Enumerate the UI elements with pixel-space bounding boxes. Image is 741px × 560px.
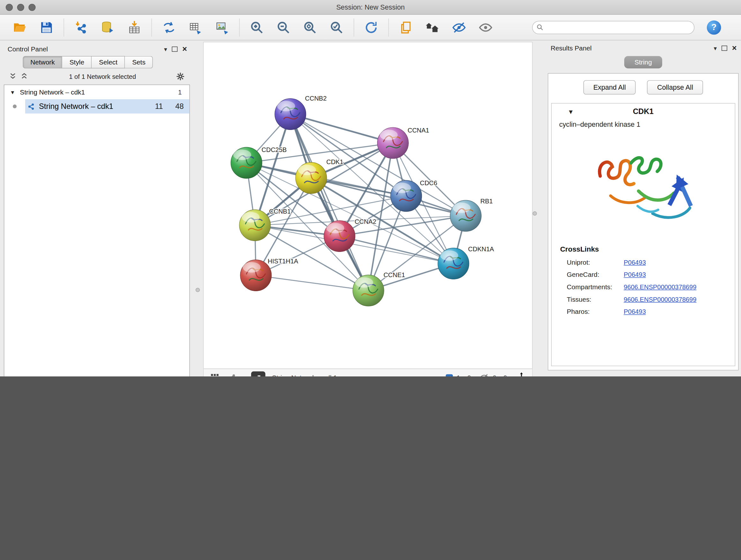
expand-all-button[interactable]: Expand All [583,80,636,95]
hide-graphics-details-icon[interactable] [451,19,467,36]
network-edge-ccnb2-ccne1[interactable] [290,114,368,291]
node-label-ccnb1: CCNB1 [269,208,291,215]
network-node-ccnb2[interactable] [275,99,306,130]
export-table-icon[interactable] [188,19,204,36]
node-label-cdc25b: CDC25B [262,146,287,153]
copy-document-icon[interactable] [398,19,414,36]
search-input[interactable] [532,21,694,34]
sphere-highlight [243,262,260,273]
show-graphics-details-icon[interactable] [477,19,494,36]
help-button[interactable]: ? [707,20,721,35]
import-table-icon[interactable] [126,19,143,36]
app-window: Session: New Session [0,0,741,376]
export-image-icon[interactable] [214,19,230,36]
center-column: CCNB2CCNA1CDC25BCDK1CDC6RB1CCNB1CCNA2CDK… [203,42,740,376]
float-panel-icon[interactable] [172,46,178,51]
network-node-cdc25b[interactable] [231,147,262,179]
network-node-ccna1[interactable] [377,127,408,159]
results-panel: Results Panel ▾ × String Expand All Coll… [547,42,740,376]
hidden-eye-icon [479,373,489,376]
toolbar-separator [151,18,152,37]
crosslink-row: GeneCard: P06493 [551,268,735,281]
splitter-handle[interactable] [196,288,200,292]
network-row-selected[interactable]: String Network – cdk1 11 48 [25,99,190,114]
node-label-ccnb2: CCNB2 [305,95,327,102]
network-edge-count: 48 [175,102,184,111]
sphere-highlight [277,101,295,111]
panel-menu-icon[interactable]: ▾ [714,45,717,51]
expand-tree-icon[interactable] [8,71,18,82]
crosslink-link-pharos[interactable]: P06493 [624,308,646,315]
panel-menu-icon[interactable]: ▾ [164,46,167,52]
tab-string[interactable]: String [624,56,663,69]
tab-select[interactable]: Select [92,56,125,69]
float-panel-icon[interactable] [722,45,727,51]
node-label-ccne1: CCNE1 [384,271,405,278]
sphere-highlight [453,202,470,213]
zoom-in-icon[interactable] [249,19,265,36]
node-label-ccna1: CCNA1 [408,127,429,134]
zoom-fit-icon[interactable] [302,19,318,36]
detach-view-icon[interactable] [251,371,266,376]
apply-layout-icon[interactable] [363,19,380,36]
crosslink-label: GeneCard: [567,271,624,278]
hidden-counter: 0 – 0 [493,374,507,376]
network-node-hist1h1a[interactable] [240,260,272,291]
tab-style[interactable]: Style [62,56,91,69]
network-node-cdc6[interactable] [391,180,422,212]
crosslink-link-compartments[interactable]: 9606.ENSP00000378699 [624,284,697,291]
node-label-hist1h1a: HIST1H1A [268,258,298,265]
export-network-icon[interactable] [161,19,177,36]
sphere-highlight [440,250,458,261]
import-network-database-icon[interactable] [99,19,116,36]
import-network-icon[interactable] [73,19,89,36]
string-results-card: Expand All Collapse All ▼ CDK1 cyclin–de… [548,73,739,370]
tab-sets[interactable]: Sets [125,56,153,69]
control-panel: Control Panel ▾ × Network Style Select S… [4,43,190,376]
network-node-ccnb1[interactable] [239,210,271,241]
network-row[interactable]: String Network – cdk1 11 48 [4,99,189,114]
network-collection-row[interactable]: ▼ String Network – cdk1 1 [4,85,189,99]
close-panel-icon[interactable]: × [182,45,187,53]
zoom-selected-icon[interactable] [328,19,345,36]
collection-expander-icon[interactable]: ▼ [10,89,15,95]
collapse-tree-icon[interactable] [19,71,30,82]
crosslink-link-tissues[interactable]: 9606.ENSP00000378699 [624,296,697,303]
pan-move-icon[interactable] [515,372,527,376]
crosslink-link-genecard[interactable]: P06493 [624,271,646,278]
cascade-windows-icon[interactable] [424,19,441,36]
toolbar-separator [239,18,240,37]
sphere-highlight [242,212,259,223]
tab-network[interactable]: Network [23,56,62,69]
network-node-rb1[interactable] [450,200,482,232]
zoom-out-icon[interactable] [275,19,292,36]
network-list: ▼ String Network – cdk1 1 String Network… [4,84,190,376]
gene-description: cyclin–dependent kinase 1 [551,120,735,128]
sphere-highlight [355,277,373,288]
network-edge-hist1h1a-ccne1[interactable] [256,275,368,291]
network-view-mode-icon[interactable] [226,371,238,376]
selected-checkbox-icon[interactable]: ✓ [446,374,453,376]
network-node-cdk1[interactable] [295,163,327,194]
section-expander-icon[interactable]: ▼ [568,108,574,115]
network-node-ccne1[interactable] [353,275,384,306]
gear-icon[interactable] [175,71,186,82]
network-edge-ccna2-cdkn1a[interactable] [340,236,454,264]
network-node-cdkn1a[interactable] [438,248,469,279]
network-canvas[interactable]: CCNB2CCNA1CDC25BCDK1CDC6RB1CCNB1CCNA2CDK… [204,42,532,368]
gene-section-header[interactable]: ▼ CDK1 [551,104,735,120]
protein-structure-image [583,135,704,235]
network-node-ccna2[interactable] [324,221,355,252]
sphere-highlight [233,150,251,160]
crosslink-link-uniprot[interactable]: P06493 [624,259,646,266]
crosslink-label: Tissues: [567,295,624,303]
main-area: Control Panel ▾ × Network Style Select S… [0,40,741,376]
save-session-icon[interactable] [38,19,55,36]
collapse-all-button[interactable]: Collapse All [647,80,703,95]
close-panel-icon[interactable]: × [732,44,737,52]
grid-view-icon[interactable] [208,371,221,376]
splitter-handle[interactable] [533,211,537,215]
network-view: CCNB2CCNA1CDC25BCDK1CDC6RB1CCNB1CCNA2CDK… [203,42,533,376]
open-session-icon[interactable] [12,19,28,36]
node-label-rb1: RB1 [480,198,493,205]
